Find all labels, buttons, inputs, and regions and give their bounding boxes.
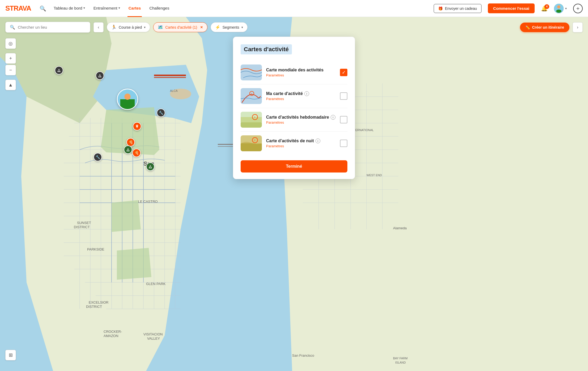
thumb-nuit: ›	[241, 135, 262, 151]
svg-text:GLEN PARK: GLEN PARK	[146, 282, 166, 286]
map-pin-mountain-1	[55, 66, 63, 75]
panel-item-ma-carte[interactable]: › Ma carte d'activité i Paramètres	[241, 84, 347, 108]
nav-training-label: Entraînement	[93, 6, 117, 10]
thumb-hebdomadaire-img: ›	[241, 112, 262, 128]
search-location-icon: 🔍	[10, 25, 15, 30]
nav-challenges-label: Challenges	[149, 6, 169, 10]
svg-marker-35	[117, 248, 151, 280]
nav-item-training[interactable]: Entraînement ▾	[92, 0, 121, 17]
panel-item-nuit-settings[interactable]: Paramètres	[266, 144, 336, 148]
svg-text:VALLEY: VALLEY	[147, 337, 160, 340]
thumb-mondial	[241, 64, 262, 80]
panel-item-hebdomadaire-info: Carte d'activités hebdomadaire i Paramèt…	[266, 115, 336, 124]
svg-text:ALCA: ALCA	[170, 89, 178, 92]
nav-item-maps[interactable]: Cartes	[127, 0, 142, 17]
activity-maps-filter[interactable]: 🗺️ Cartes d'activité (1) ×	[153, 22, 207, 32]
thumb-nuit-img: ›	[241, 135, 262, 151]
svg-text:San Francisco: San Francisco	[292, 353, 314, 357]
checkbox-nuit[interactable]	[340, 140, 347, 147]
activity-maps-label: Cartes d'activité (1)	[165, 25, 197, 29]
checkbox-hebdomadaire[interactable]	[340, 116, 347, 123]
panel-item-hebdomadaire[interactable]: › Carte d'activités hebdomadaire i Param…	[241, 108, 347, 132]
compass-icon: ▲	[8, 82, 13, 88]
gift-icon: 🎁	[438, 6, 443, 11]
svg-rect-88	[241, 112, 262, 117]
checkbox-mondial[interactable]: ✓	[340, 69, 347, 76]
user-location-pin	[117, 89, 138, 110]
panel-title: Cartes d'activité	[241, 44, 292, 54]
panel-item-nuit[interactable]: › Carte d'activités de nuit i Paramètres	[241, 132, 347, 155]
panel-item-ma-carte-info: Ma carte d'activité i Paramètres	[266, 91, 336, 101]
svg-rect-81	[120, 99, 135, 109]
nav-dashboard-chevron: ▾	[83, 6, 85, 10]
map-pin-wrench-2: 🔧	[93, 153, 102, 161]
svg-rect-84	[241, 88, 262, 104]
map-pin-1	[133, 122, 141, 131]
layers-button[interactable]: ⊞	[5, 350, 16, 360]
segments-filter[interactable]: ⚡ Segments ▾	[211, 22, 248, 32]
panel-item-mondial-info: Carte mondiale des activités Paramètres	[266, 68, 336, 77]
hebdomadaire-info-icon[interactable]: i	[331, 115, 335, 120]
chevron-right-icon: ›	[577, 25, 578, 30]
map-pin-wrench-1: 🔧	[157, 109, 165, 117]
panel-item-ma-carte-title: Ma carte d'activité i	[266, 91, 336, 96]
ma-carte-info-icon[interactable]: i	[304, 91, 309, 96]
avatar	[554, 4, 564, 13]
panel-item-nuit-info: Carte d'activités de nuit i Paramètres	[266, 139, 336, 148]
zoom-in-icon: +	[9, 56, 12, 61]
thumb-hebdomadaire: ›	[241, 112, 262, 128]
compass-button[interactable]: ▲	[5, 80, 16, 90]
svg-text:›: ›	[251, 92, 252, 95]
create-route-button[interactable]: ✏️ Créer un itinéraire	[520, 23, 569, 32]
search-location-box[interactable]: 🔍	[5, 22, 90, 33]
thumb-ma-carte-img: ›	[241, 88, 262, 104]
svg-text:SUNSET: SUNSET	[77, 221, 91, 225]
nav-item-challenges[interactable]: Challenges	[148, 0, 170, 17]
svg-point-2	[557, 5, 560, 8]
checkbox-ma-carte[interactable]	[340, 92, 347, 100]
search-location-input[interactable]	[18, 25, 86, 29]
zoom-out-icon: −	[9, 67, 12, 73]
nav-item-dashboard[interactable]: Tableau de bord ▾	[53, 0, 86, 17]
svg-rect-89	[241, 117, 262, 122]
panel-item-ma-carte-settings[interactable]: Paramètres	[266, 97, 336, 101]
activity-type-filter[interactable]: 🏃 Course à pied ▾	[107, 22, 150, 32]
panel-item-hebdomadaire-settings[interactable]: Paramètres	[266, 120, 336, 124]
activity-type-label: Course à pied	[119, 25, 142, 29]
notifications-button[interactable]: 🔔 4	[541, 5, 548, 12]
map-toolbar: 🔍 ‹ 🏃 Course à pied ▾ 🗺️ Cartes d'activi…	[0, 22, 588, 33]
map-pin-3: 🍕	[132, 149, 141, 157]
toolbar-prev-button[interactable]: ‹	[93, 22, 104, 32]
notification-badge: 4	[544, 4, 549, 9]
gift-button[interactable]: 🎁 Envoyer un cadeau	[434, 4, 482, 13]
user-avatar-button[interactable]: ▾	[554, 4, 567, 13]
panel-item-mondial-settings[interactable]: Paramètres	[266, 73, 336, 77]
map-container: San Oakland SUNSET DISTRICT PARKSIDE LE …	[0, 17, 588, 371]
zoom-out-button[interactable]: −	[5, 65, 16, 75]
map-pin-mountain-2	[96, 71, 104, 80]
svg-text:WEST END: WEST END	[367, 174, 382, 177]
heatmap-icon: 🗺️	[158, 25, 163, 30]
locate-button[interactable]: ◎	[5, 38, 16, 49]
navbar: STRAVA 🔍 Tableau de bord ▾ Entraînement …	[0, 0, 588, 17]
svg-text:AMAZON: AMAZON	[104, 334, 118, 338]
segments-label: Segments	[223, 25, 239, 29]
trial-button[interactable]: Commencer l'essai	[488, 3, 535, 13]
svg-text:DISTRICT: DISTRICT	[86, 305, 102, 309]
done-button[interactable]: Terminé	[241, 160, 347, 172]
zoom-in-button[interactable]: +	[5, 53, 16, 64]
activity-maps-close-icon[interactable]: ×	[200, 25, 203, 30]
nav-search-icon[interactable]: 🔍	[40, 5, 46, 12]
toolbar-next-button[interactable]: ›	[573, 22, 583, 32]
thumb-ma-carte: ›	[241, 88, 262, 104]
svg-rect-90	[241, 122, 262, 128]
panel-item-mondial[interactable]: Carte mondiale des activités Paramètres …	[241, 61, 347, 84]
add-activity-button[interactable]: ＋	[573, 4, 583, 13]
svg-text:LE CASTRO: LE CASTRO	[138, 200, 158, 204]
nuit-info-icon[interactable]: i	[316, 139, 320, 143]
chevron-left-icon: ‹	[98, 25, 99, 30]
trial-label: Commencer l'essai	[493, 6, 529, 11]
strava-logo[interactable]: STRAVA	[5, 4, 31, 12]
locate-icon: ◎	[8, 41, 13, 46]
layers-icon: ⊞	[9, 352, 13, 358]
